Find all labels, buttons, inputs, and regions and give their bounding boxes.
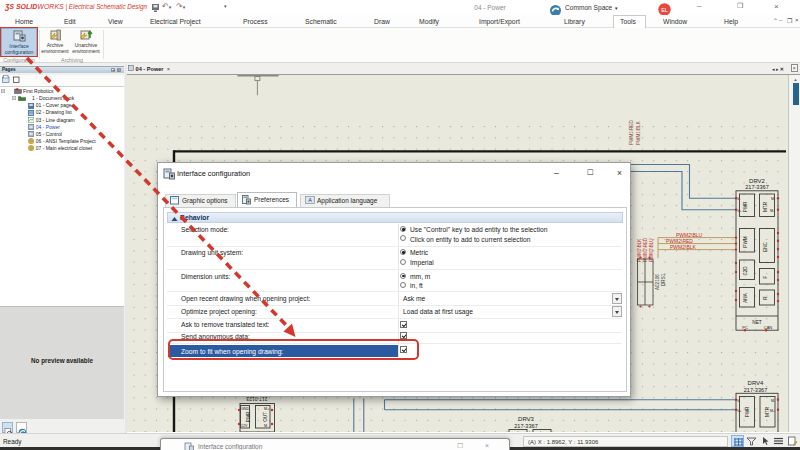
svg-text:F: F: [763, 275, 768, 278]
svg-text:V+: V+: [737, 209, 742, 213]
svg-text:PWM2\RED: PWM2\RED: [643, 237, 648, 262]
svg-text:DRS1: DRS1: [661, 273, 666, 286]
svg-text:A: A: [308, 197, 312, 203]
svg-text:C2D: C2D: [743, 266, 748, 276]
svg-text:DRV4: DRV4: [748, 380, 765, 386]
svg-text:PWM1\RED: PWM1\RED: [629, 120, 634, 145]
svg-text:ANA: ANA: [743, 292, 748, 302]
svg-text:217-3367: 217-3367: [745, 184, 769, 190]
svg-text:DRV2: DRV2: [749, 178, 766, 184]
svg-text:OUT: OUT: [263, 412, 268, 422]
svg-text:PWM2\BLU: PWM2\BLU: [676, 232, 703, 238]
svg-text:A02106: A02106: [655, 274, 660, 290]
svg-text:DRV3: DRV3: [518, 416, 535, 422]
svg-text:PWR: PWR: [745, 406, 750, 417]
svg-text:PWM1\BLK: PWM1\BLK: [636, 120, 641, 145]
svg-text:PWM2\RED: PWM2\RED: [666, 238, 693, 244]
svg-text:PWR: PWR: [743, 201, 748, 212]
svg-text:12V: 12V: [241, 424, 248, 428]
svg-text:M+: M+: [770, 209, 775, 213]
svg-text:MTR: MTR: [763, 201, 768, 212]
svg-text:217-3367: 217-3367: [514, 423, 538, 429]
svg-text:NET: NET: [752, 320, 762, 325]
svg-text:PWM: PWM: [743, 236, 748, 247]
svg-text:GND: GND: [241, 407, 249, 411]
svg-text:PWM2\BLK: PWM2\BLK: [637, 239, 642, 262]
svg-text:CAN: CAN: [764, 325, 773, 330]
svg-text:ENC: ENC: [763, 241, 768, 251]
svg-text:V+: V+: [737, 409, 742, 413]
svg-text:M+: M+: [770, 409, 775, 413]
svg-text:M+: M+: [264, 407, 269, 411]
svg-text:EL: EL: [661, 7, 668, 13]
svg-text:PWR: PWR: [246, 411, 251, 422]
svg-text:PWM2\BLK: PWM2\BLK: [670, 244, 697, 250]
svg-text:217-3367: 217-3367: [744, 387, 768, 393]
